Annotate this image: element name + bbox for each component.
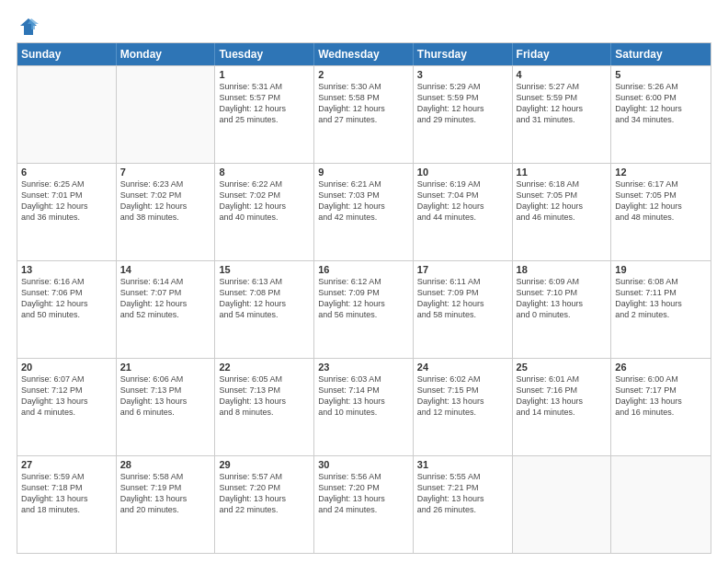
calendar-header: SundayMondayTuesdayWednesdayThursdayFrid…	[17, 43, 711, 65]
cell-info: Sunrise: 6:25 AMSunset: 7:01 PMDaylight:…	[21, 178, 112, 224]
calendar-cell	[513, 456, 612, 553]
cell-info: Sunrise: 6:00 AMSunset: 7:17 PMDaylight:…	[615, 373, 707, 419]
cell-info: Sunrise: 5:58 AMSunset: 7:19 PMDaylight:…	[120, 471, 211, 516]
calendar-row-0: 1Sunrise: 5:31 AMSunset: 5:57 PMDaylight…	[17, 65, 711, 163]
cell-info: Sunrise: 6:13 AMSunset: 7:08 PMDaylight:…	[219, 276, 310, 321]
calendar-body: 1Sunrise: 5:31 AMSunset: 5:57 PMDaylight…	[17, 65, 711, 553]
calendar-cell: 18Sunrise: 6:09 AMSunset: 7:10 PMDayligh…	[513, 261, 612, 358]
calendar-cell: 9Sunrise: 6:21 AMSunset: 7:03 PMDaylight…	[314, 164, 414, 260]
day-number: 21	[120, 362, 211, 373]
day-number: 11	[517, 167, 608, 178]
day-number: 15	[219, 264, 310, 275]
logo-icon	[18, 17, 39, 37]
header-day-tuesday: Tuesday	[215, 43, 314, 65]
day-number: 7	[120, 167, 211, 178]
calendar-cell: 31Sunrise: 5:55 AMSunset: 7:21 PMDayligh…	[414, 456, 513, 553]
calendar-cell: 8Sunrise: 6:22 AMSunset: 7:02 PMDaylight…	[215, 164, 314, 260]
calendar-cell: 6Sunrise: 6:25 AMSunset: 7:01 PMDaylight…	[17, 164, 117, 260]
header-day-sunday: Sunday	[17, 43, 117, 65]
cell-info: Sunrise: 6:16 AMSunset: 7:06 PMDaylight:…	[21, 276, 112, 321]
header-day-friday: Friday	[513, 43, 612, 65]
day-number: 14	[120, 264, 211, 275]
calendar-cell: 15Sunrise: 6:13 AMSunset: 7:08 PMDayligh…	[215, 261, 314, 358]
calendar-cell	[17, 66, 117, 163]
cell-info: Sunrise: 5:31 AMSunset: 5:57 PMDaylight:…	[219, 81, 310, 126]
day-number: 19	[615, 264, 707, 275]
cell-info: Sunrise: 5:30 AMSunset: 5:58 PMDaylight:…	[318, 81, 409, 126]
day-number: 5	[615, 69, 707, 80]
calendar-cell: 23Sunrise: 6:03 AMSunset: 7:14 PMDayligh…	[314, 359, 414, 455]
cell-info: Sunrise: 6:17 AMSunset: 7:05 PMDaylight:…	[615, 178, 707, 224]
day-number: 31	[417, 459, 508, 470]
cell-info: Sunrise: 5:56 AMSunset: 7:20 PMDaylight:…	[318, 471, 409, 516]
calendar-cell: 21Sunrise: 6:06 AMSunset: 7:13 PMDayligh…	[117, 359, 216, 455]
cell-info: Sunrise: 6:11 AMSunset: 7:09 PMDaylight:…	[417, 276, 508, 321]
calendar-cell: 12Sunrise: 6:17 AMSunset: 7:05 PMDayligh…	[611, 164, 711, 260]
calendar-cell: 13Sunrise: 6:16 AMSunset: 7:06 PMDayligh…	[17, 261, 117, 358]
day-number: 24	[417, 362, 508, 373]
calendar-cell: 11Sunrise: 6:18 AMSunset: 7:05 PMDayligh…	[513, 164, 612, 260]
day-number: 9	[318, 167, 409, 178]
cell-info: Sunrise: 5:59 AMSunset: 7:18 PMDaylight:…	[21, 471, 112, 516]
cell-info: Sunrise: 6:03 AMSunset: 7:14 PMDaylight:…	[318, 373, 409, 419]
cell-info: Sunrise: 6:22 AMSunset: 7:02 PMDaylight:…	[219, 178, 310, 224]
day-number: 30	[318, 459, 409, 470]
day-number: 8	[219, 167, 310, 178]
calendar-cell: 27Sunrise: 5:59 AMSunset: 7:18 PMDayligh…	[17, 456, 117, 553]
calendar-cell: 4Sunrise: 5:27 AMSunset: 5:59 PMDaylight…	[513, 66, 612, 163]
cell-info: Sunrise: 6:05 AMSunset: 7:13 PMDaylight:…	[219, 373, 310, 419]
day-number: 13	[21, 264, 112, 275]
cell-info: Sunrise: 6:12 AMSunset: 7:09 PMDaylight:…	[318, 276, 409, 321]
day-number: 16	[318, 264, 409, 275]
day-number: 2	[318, 69, 409, 80]
day-number: 4	[517, 69, 608, 80]
calendar-row-1: 6Sunrise: 6:25 AMSunset: 7:01 PMDaylight…	[17, 163, 711, 260]
calendar-cell: 5Sunrise: 5:26 AMSunset: 6:00 PMDaylight…	[611, 66, 711, 163]
calendar-cell: 16Sunrise: 6:12 AMSunset: 7:09 PMDayligh…	[314, 261, 414, 358]
day-number: 17	[417, 264, 508, 275]
calendar-cell: 1Sunrise: 5:31 AMSunset: 5:57 PMDaylight…	[215, 66, 314, 163]
cell-info: Sunrise: 6:19 AMSunset: 7:04 PMDaylight:…	[417, 178, 508, 224]
day-number: 3	[417, 69, 508, 80]
calendar-cell: 25Sunrise: 6:01 AMSunset: 7:16 PMDayligh…	[513, 359, 612, 455]
header-day-saturday: Saturday	[611, 43, 711, 65]
header-day-wednesday: Wednesday	[314, 43, 414, 65]
header-day-monday: Monday	[117, 43, 216, 65]
calendar-cell	[117, 66, 216, 163]
day-number: 23	[318, 362, 409, 373]
calendar-cell: 24Sunrise: 6:02 AMSunset: 7:15 PMDayligh…	[414, 359, 513, 455]
calendar-cell: 29Sunrise: 5:57 AMSunset: 7:20 PMDayligh…	[215, 456, 314, 553]
cell-info: Sunrise: 6:14 AMSunset: 7:07 PMDaylight:…	[120, 276, 211, 321]
cell-info: Sunrise: 6:07 AMSunset: 7:12 PMDaylight:…	[21, 373, 112, 419]
cell-info: Sunrise: 5:55 AMSunset: 7:21 PMDaylight:…	[417, 471, 508, 516]
cell-info: Sunrise: 6:23 AMSunset: 7:02 PMDaylight:…	[120, 178, 211, 224]
day-number: 18	[517, 264, 608, 275]
calendar-row-3: 20Sunrise: 6:07 AMSunset: 7:12 PMDayligh…	[17, 358, 711, 455]
cell-info: Sunrise: 5:26 AMSunset: 6:00 PMDaylight:…	[615, 81, 707, 126]
header	[17, 17, 711, 37]
day-number: 26	[615, 362, 707, 373]
header-day-thursday: Thursday	[414, 43, 513, 65]
calendar-cell: 3Sunrise: 5:29 AMSunset: 5:59 PMDaylight…	[414, 66, 513, 163]
day-number: 1	[219, 69, 310, 80]
calendar-cell: 28Sunrise: 5:58 AMSunset: 7:19 PMDayligh…	[117, 456, 216, 553]
day-number: 12	[615, 167, 707, 178]
calendar-cell: 30Sunrise: 5:56 AMSunset: 7:20 PMDayligh…	[314, 456, 414, 553]
cell-info: Sunrise: 5:57 AMSunset: 7:20 PMDaylight:…	[219, 471, 310, 516]
calendar-cell: 17Sunrise: 6:11 AMSunset: 7:09 PMDayligh…	[414, 261, 513, 358]
cell-info: Sunrise: 6:18 AMSunset: 7:05 PMDaylight:…	[517, 178, 608, 224]
calendar-cell: 22Sunrise: 6:05 AMSunset: 7:13 PMDayligh…	[215, 359, 314, 455]
calendar-cell: 10Sunrise: 6:19 AMSunset: 7:04 PMDayligh…	[414, 164, 513, 260]
calendar-cell	[611, 456, 711, 553]
logo	[17, 17, 39, 37]
calendar-cell: 19Sunrise: 6:08 AMSunset: 7:11 PMDayligh…	[611, 261, 711, 358]
calendar-cell: 26Sunrise: 6:00 AMSunset: 7:17 PMDayligh…	[611, 359, 711, 455]
calendar-cell: 14Sunrise: 6:14 AMSunset: 7:07 PMDayligh…	[117, 261, 216, 358]
calendar-row-4: 27Sunrise: 5:59 AMSunset: 7:18 PMDayligh…	[17, 455, 711, 553]
day-number: 27	[21, 459, 112, 470]
calendar: SundayMondayTuesdayWednesdayThursdayFrid…	[17, 42, 711, 554]
cell-info: Sunrise: 5:29 AMSunset: 5:59 PMDaylight:…	[417, 81, 508, 126]
cell-info: Sunrise: 6:01 AMSunset: 7:16 PMDaylight:…	[517, 373, 608, 419]
calendar-cell: 2Sunrise: 5:30 AMSunset: 5:58 PMDaylight…	[314, 66, 414, 163]
cell-info: Sunrise: 6:02 AMSunset: 7:15 PMDaylight:…	[417, 373, 508, 419]
